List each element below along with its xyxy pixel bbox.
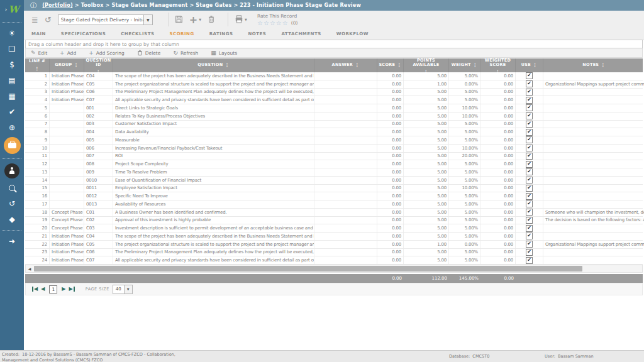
- table-row[interactable]: 24Initiation PhaseC07All applicable secu…: [25, 256, 643, 265]
- table-row[interactable]: 4Initiation PhaseC07All applicable secur…: [25, 96, 643, 104]
- table-row[interactable]: 2Initiation PhaseC05The project organiza…: [25, 80, 643, 89]
- horizontal-scrollbar[interactable]: ◀: [25, 265, 643, 273]
- table-row[interactable]: 20Concept PhaseC03Investment description…: [25, 224, 643, 233]
- star-icon[interactable]: ☆: [257, 19, 263, 26]
- chevron-down-icon[interactable]: ▼: [143, 15, 152, 25]
- use-checkbox[interactable]: ✔: [526, 241, 533, 248]
- table-row[interactable]: 18Concept PhaseC01A Business Owner has b…: [25, 209, 643, 217]
- table-row[interactable]: 170013Availability of Resources0.005.005…: [25, 200, 643, 209]
- sidebar-item-search[interactable]: [4, 182, 21, 194]
- tab-workflow[interactable]: WORKFLOW: [336, 31, 369, 36]
- table-row[interactable]: 21Initiation PhaseC04The scope of the pr…: [25, 233, 643, 241]
- sidebar-item-globe[interactable]: ⊕: [4, 121, 21, 134]
- use-checkbox[interactable]: ✔: [526, 72, 533, 79]
- refresh-button[interactable]: ↻Refresh: [173, 50, 198, 56]
- record-select[interactable]: Stage Gated Project Delivery - Initiat ▼: [58, 14, 153, 25]
- next-page-button[interactable]: ▶: [62, 287, 65, 292]
- tab-ratings[interactable]: RATINGS: [209, 31, 233, 36]
- column-menu-icon[interactable]: ⋮: [533, 63, 537, 68]
- column-header-score[interactable]: SCORE⋮: [377, 58, 404, 72]
- app-logo[interactable]: › W: [0, 0, 24, 19]
- table-row[interactable]: 9005Measurable0.005.005.00%0.00✔: [25, 136, 643, 145]
- use-checkbox[interactable]: ✔: [526, 80, 533, 87]
- use-checkbox[interactable]: ✔: [526, 168, 533, 175]
- table-row[interactable]: 1Initiation PhaseC04The scope of the pro…: [25, 72, 643, 80]
- first-page-button[interactable]: ◀: [32, 287, 38, 292]
- table-row[interactable]: 150011Employee Satisfaction Impact0.005.…: [25, 185, 643, 193]
- scrollbar-thumb[interactable]: [34, 266, 582, 272]
- use-checkbox[interactable]: ✔: [526, 121, 533, 128]
- last-page-button[interactable]: ▶: [69, 287, 74, 292]
- edit-button[interactable]: ✎Edit: [31, 50, 47, 56]
- column-menu-icon[interactable]: ⋮: [74, 63, 79, 68]
- sidebar-item-layers[interactable]: ▤: [4, 74, 21, 87]
- tab-main[interactable]: MAIN: [31, 31, 46, 36]
- table-row[interactable]: 11007ROI0.005.0020.00%0.00✔: [25, 153, 643, 161]
- column-menu-icon[interactable]: ⋮: [355, 63, 359, 68]
- table-row[interactable]: 5001Direct Links to Strategic Goals0.005…: [25, 104, 643, 112]
- sidebar-item-education[interactable]: ◆: [4, 213, 21, 226]
- tab-specifications[interactable]: SPECIFICATIONS: [61, 31, 106, 36]
- use-checkbox[interactable]: ✔: [526, 185, 533, 192]
- sidebar-item-logout[interactable]: ➜: [4, 235, 21, 248]
- use-checkbox[interactable]: ✔: [526, 129, 533, 136]
- tab-checklists[interactable]: CHECKLISTS: [121, 31, 154, 36]
- print-button[interactable]: [235, 14, 243, 26]
- table-row[interactable]: 13009Time To Resolve Problem0.005.005.00…: [25, 168, 643, 177]
- add-record-button[interactable]: +: [189, 14, 197, 26]
- sidebar-expand-icon[interactable]: ›: [5, 6, 8, 13]
- table-row[interactable]: 7003Customer Satisfaction Impact0.005.00…: [25, 121, 643, 129]
- prev-page-button[interactable]: ◀: [41, 287, 45, 292]
- current-page-input[interactable]: 1: [49, 285, 57, 293]
- sidebar-item-calculator[interactable]: ▦: [4, 90, 21, 102]
- use-checkbox[interactable]: ✔: [526, 257, 533, 264]
- use-checkbox[interactable]: ✔: [526, 209, 533, 216]
- table-row[interactable]: 8004Data Availability0.005.005.00%0.00✔: [25, 128, 643, 136]
- table-row[interactable]: 10006Increasing Revenue/Financial Paybac…: [25, 145, 643, 153]
- use-checkbox[interactable]: ✔: [526, 153, 533, 160]
- table-row[interactable]: 3Initiation PhaseC06The Preliminary Proj…: [25, 89, 643, 97]
- group-by-bar[interactable]: Drag a column header and drop it here to…: [25, 40, 643, 48]
- star-icon[interactable]: ☆: [276, 19, 282, 26]
- table-row[interactable]: 23Initiation PhaseC06The Preliminary Pro…: [25, 249, 643, 257]
- column-menu-icon[interactable]: ⋮: [35, 67, 39, 72]
- scroll-left-icon[interactable]: ◀: [26, 266, 33, 271]
- add-button[interactable]: +Add: [60, 50, 76, 56]
- column-header-group[interactable]: GROUP⋮: [50, 58, 84, 72]
- table-row[interactable]: 140010Ease of Quantification of Financia…: [25, 177, 643, 185]
- history-icon[interactable]: ↺: [45, 15, 52, 25]
- column-header-answer[interactable]: ANSWER⋮: [314, 58, 377, 72]
- star-icon[interactable]: ☆: [270, 19, 275, 26]
- tab-attachments[interactable]: ATTACHMENTS: [281, 31, 321, 36]
- table-row[interactable]: 160012Specific Need To Improve0.005.005.…: [25, 192, 643, 200]
- sidebar-item-document[interactable]: ❏: [4, 43, 21, 55]
- delete-record-button[interactable]: [208, 14, 215, 26]
- tab-notes[interactable]: NOTES: [248, 31, 266, 36]
- use-checkbox[interactable]: ✔: [526, 233, 533, 239]
- save-button[interactable]: [175, 14, 183, 26]
- column-header-use[interactable]: USE⋮: [516, 58, 543, 72]
- list-icon[interactable]: ≣: [31, 15, 38, 25]
- use-checkbox[interactable]: ✔: [526, 145, 533, 151]
- star-icon[interactable]: ☆: [264, 19, 269, 26]
- column-menu-icon[interactable]: ⋮: [397, 63, 401, 68]
- table-row[interactable]: 19Concept PhaseC02Approval of this inves…: [25, 217, 643, 225]
- use-checkbox[interactable]: ✔: [526, 249, 533, 256]
- chevron-down-icon[interactable]: ▼: [124, 285, 132, 293]
- sidebar-item-lightbulb[interactable]: ☀: [4, 27, 21, 40]
- use-checkbox[interactable]: ✔: [526, 136, 533, 143]
- column-menu-icon[interactable]: ⋮: [473, 63, 477, 68]
- info-icon[interactable]: ⓘ: [30, 1, 36, 10]
- use-checkbox[interactable]: ✔: [526, 193, 533, 200]
- breadcrumb-portfolio-link[interactable]: (Portfolio): [42, 3, 73, 8]
- use-checkbox[interactable]: ✔: [526, 97, 533, 104]
- star-icon[interactable]: ☆: [282, 19, 288, 26]
- add-scoring-button[interactable]: +Add Scoring: [89, 50, 125, 56]
- use-checkbox[interactable]: ✔: [526, 89, 533, 96]
- add-menu-chevron-icon[interactable]: ▼: [199, 18, 201, 21]
- column-header-qid[interactable]: QUESTION ID⋮: [84, 58, 113, 72]
- column-header-line[interactable]: LINE #⋮: [25, 58, 50, 72]
- column-menu-icon[interactable]: ⋮: [225, 63, 229, 68]
- layouts-button[interactable]: ▦Layouts: [211, 50, 237, 56]
- use-checkbox[interactable]: ✔: [526, 161, 533, 168]
